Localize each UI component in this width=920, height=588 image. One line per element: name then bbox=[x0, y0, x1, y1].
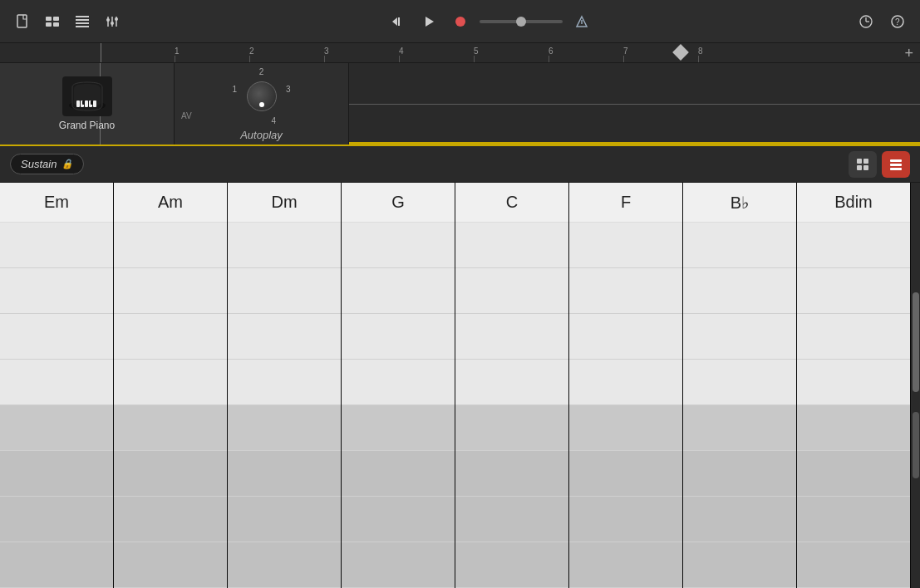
chord-cell-F-2[interactable] bbox=[569, 314, 682, 360]
chord-cell-G-4[interactable] bbox=[342, 405, 455, 451]
chord-cell-G-2[interactable] bbox=[342, 314, 455, 360]
svg-rect-35 bbox=[863, 159, 868, 164]
chord-header-G[interactable]: G bbox=[342, 183, 455, 223]
chord-header-F[interactable]: F bbox=[569, 183, 682, 223]
chord-cell-B♭-6[interactable] bbox=[683, 497, 796, 542]
chord-header-Am[interactable]: Am bbox=[114, 183, 227, 223]
chord-column-G: G bbox=[342, 183, 455, 588]
chord-cell-Dm-5[interactable] bbox=[228, 451, 341, 497]
chord-cell-C-7[interactable] bbox=[455, 542, 568, 588]
chord-cell-Am-6[interactable] bbox=[114, 497, 227, 542]
pitch-button[interactable] bbox=[569, 9, 594, 34]
chord-cell-C-0[interactable] bbox=[455, 223, 568, 268]
chord-cell-Am-3[interactable] bbox=[114, 360, 227, 405]
chord-header-B♭[interactable]: B♭ bbox=[683, 183, 796, 223]
chord-cell-Dm-0[interactable] bbox=[228, 223, 341, 268]
chord-header-Dm[interactable]: Dm bbox=[228, 183, 341, 223]
chord-cell-B♭-0[interactable] bbox=[683, 223, 796, 268]
chord-cell-B♭-5[interactable] bbox=[683, 451, 796, 497]
chord-cell-F-3[interactable] bbox=[569, 360, 682, 405]
chord-cell-Bdim-1[interactable] bbox=[797, 268, 910, 314]
chord-header-Bdim[interactable]: Bdim bbox=[797, 183, 910, 223]
autoplay-knob[interactable] bbox=[247, 81, 277, 111]
play-button[interactable] bbox=[416, 9, 441, 34]
chord-cell-Bdim-6[interactable] bbox=[797, 497, 910, 542]
chord-header-Em[interactable]: Em bbox=[0, 183, 113, 223]
chord-cell-G-0[interactable] bbox=[342, 223, 455, 268]
chord-cell-F-1[interactable] bbox=[569, 268, 682, 314]
chord-cell-G-5[interactable] bbox=[342, 451, 455, 497]
chord-cell-G-6[interactable] bbox=[342, 497, 455, 542]
chord-cell-Em-3[interactable] bbox=[0, 360, 113, 405]
track-view-button[interactable] bbox=[40, 9, 65, 34]
chord-cell-B♭-4[interactable] bbox=[683, 405, 796, 451]
chord-cell-Bdim-2[interactable] bbox=[797, 314, 910, 360]
chord-cell-Am-1[interactable] bbox=[114, 268, 227, 314]
chord-cell-C-1[interactable] bbox=[455, 268, 568, 314]
chord-cell-F-7[interactable] bbox=[569, 542, 682, 588]
chord-list-view-button[interactable] bbox=[882, 151, 910, 178]
chord-cell-Bdim-0[interactable] bbox=[797, 223, 910, 268]
chord-cell-F-0[interactable] bbox=[569, 223, 682, 268]
chord-cell-G-3[interactable] bbox=[342, 360, 455, 405]
record-button[interactable] bbox=[448, 9, 473, 34]
chord-cell-Am-5[interactable] bbox=[114, 451, 227, 497]
svg-rect-36 bbox=[857, 165, 862, 170]
chord-cell-Dm-1[interactable] bbox=[228, 268, 341, 314]
chord-column-Em: Em bbox=[0, 183, 114, 588]
add-track-button[interactable]: + bbox=[904, 44, 913, 61]
instrument-panel[interactable]: Grand Piano bbox=[0, 63, 175, 145]
list-view-button[interactable] bbox=[70, 9, 95, 34]
chord-cell-Em-1[interactable] bbox=[0, 268, 113, 314]
chord-cell-Dm-3[interactable] bbox=[228, 360, 341, 405]
help-button[interactable]: ? bbox=[885, 9, 910, 34]
chord-cell-Dm-6[interactable] bbox=[228, 497, 341, 542]
chord-cell-Em-6[interactable] bbox=[0, 497, 113, 542]
chord-cell-C-4[interactable] bbox=[455, 405, 568, 451]
chord-cell-Am-0[interactable] bbox=[114, 223, 227, 268]
chord-cell-B♭-3[interactable] bbox=[683, 360, 796, 405]
chord-cell-B♭-7[interactable] bbox=[683, 542, 796, 588]
chord-cell-Em-0[interactable] bbox=[0, 223, 113, 268]
chord-cell-C-6[interactable] bbox=[455, 497, 568, 542]
chord-cell-Am-2[interactable] bbox=[114, 314, 227, 360]
chord-cell-C-5[interactable] bbox=[455, 451, 568, 497]
chord-cell-Bdim-7[interactable] bbox=[797, 542, 910, 588]
chord-cell-C-2[interactable] bbox=[455, 314, 568, 360]
rewind-button[interactable] bbox=[385, 9, 410, 34]
chord-cell-Am-7[interactable] bbox=[114, 542, 227, 588]
mixer-button[interactable] bbox=[100, 9, 125, 34]
scrollbar[interactable] bbox=[910, 183, 920, 588]
new-file-button[interactable] bbox=[10, 9, 35, 34]
chord-cell-Dm-4[interactable] bbox=[228, 405, 341, 451]
sustain-button[interactable]: Sustain 🔒 bbox=[10, 154, 84, 174]
track-content[interactable] bbox=[349, 63, 920, 145]
chord-cell-Bdim-4[interactable] bbox=[797, 405, 910, 451]
metronome-button[interactable] bbox=[854, 9, 878, 34]
chord-cell-F-4[interactable] bbox=[569, 405, 682, 451]
scrollbar-upper-thumb[interactable] bbox=[913, 292, 919, 392]
scrollbar-lower-thumb[interactable] bbox=[913, 412, 919, 478]
chord-cell-G-1[interactable] bbox=[342, 268, 455, 314]
chord-cell-Em-7[interactable] bbox=[0, 542, 113, 588]
chord-cell-Am-4[interactable] bbox=[114, 405, 227, 451]
chord-cell-Dm-2[interactable] bbox=[228, 314, 341, 360]
chord-cell-F-5[interactable] bbox=[569, 451, 682, 497]
chord-cell-Em-4[interactable] bbox=[0, 405, 113, 451]
chord-cell-Bdim-3[interactable] bbox=[797, 360, 910, 405]
chord-cell-Em-5[interactable] bbox=[0, 451, 113, 497]
ruler-mark-5: 5 bbox=[474, 43, 549, 62]
chord-cell-Dm-7[interactable] bbox=[228, 542, 341, 588]
chord-cell-F-6[interactable] bbox=[569, 497, 682, 542]
svg-rect-29 bbox=[85, 100, 88, 107]
chord-cell-B♭-2[interactable] bbox=[683, 314, 796, 360]
chord-grid-view-button[interactable] bbox=[849, 151, 877, 178]
chord-header-C[interactable]: C bbox=[455, 183, 568, 223]
chord-cell-G-7[interactable] bbox=[342, 542, 455, 588]
chord-cell-Bdim-5[interactable] bbox=[797, 451, 910, 497]
chord-cell-C-3[interactable] bbox=[455, 360, 568, 405]
svg-point-12 bbox=[111, 22, 114, 25]
chord-cell-B♭-1[interactable] bbox=[683, 268, 796, 314]
chord-cell-Em-2[interactable] bbox=[0, 314, 113, 360]
volume-slider[interactable] bbox=[480, 20, 563, 23]
